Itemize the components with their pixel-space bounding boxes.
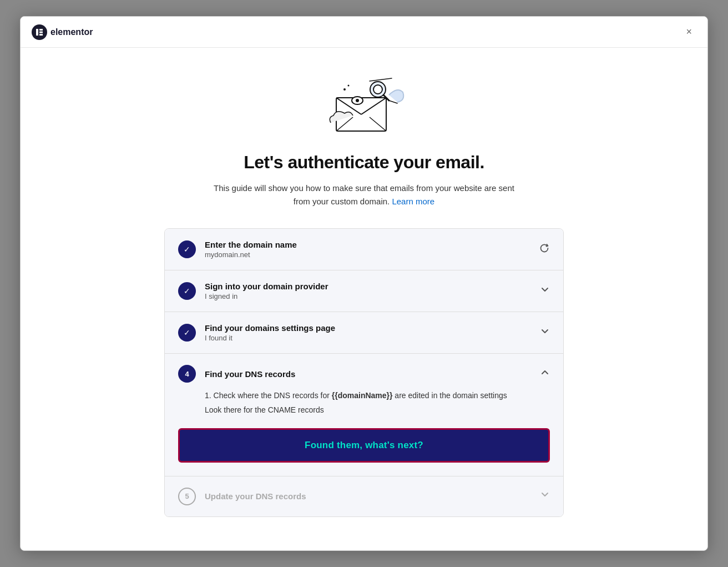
step-3-header: ✓ Find your domains settings page I foun… <box>178 323 550 342</box>
step-4-icon: 4 <box>178 365 196 383</box>
step-3-checkmark: ✓ <box>184 328 190 337</box>
step-1-refresh-icon[interactable] <box>539 243 550 257</box>
step-4-content-item-1: 1. Check where the DNS records for {{dom… <box>205 389 550 403</box>
step-2-header: ✓ Sign into your domain provider I signe… <box>178 282 550 300</box>
step-3-chevron-icon[interactable] <box>540 327 550 339</box>
main-content: Let's authenticate your email. This guid… <box>21 48 707 550</box>
svg-point-12 <box>373 85 382 94</box>
page-subtitle: This guide will show you how to make sur… <box>209 182 519 208</box>
main-window: elementor × <box>20 16 708 551</box>
svg-rect-3 <box>39 34 43 36</box>
step-1-title: Enter the domain name <box>205 240 539 249</box>
step-1-icon: ✓ <box>178 240 196 258</box>
found-them-button[interactable]: Found them, what's next? <box>178 428 550 463</box>
step-5-number: 5 <box>185 492 189 500</box>
svg-point-10 <box>356 99 359 102</box>
step-5-header: 5 Update your DNS records <box>178 488 550 505</box>
step-4-text: Find your DNS records <box>205 369 540 379</box>
step-2-subtitle: I signed in <box>205 292 540 300</box>
elementor-logo-icon <box>32 24 47 40</box>
found-btn-wrapper: Found them, what's next? <box>178 422 550 465</box>
step-4-content: 1. Check where the DNS records for {{dom… <box>178 383 550 422</box>
logo: elementor <box>32 24 93 40</box>
learn-more-link[interactable]: Learn more <box>392 197 434 206</box>
domain-name-placeholder: {{domainName}} <box>332 391 393 400</box>
step-1-text: Enter the domain name mydomain.net <box>205 240 539 259</box>
titlebar: elementor × <box>21 17 707 48</box>
step-4-header: 4 Find your DNS records <box>178 365 550 383</box>
logo-text: elementor <box>50 27 93 37</box>
step-5-title: Update your DNS records <box>205 491 540 501</box>
step-2-title: Sign into your domain provider <box>205 282 540 291</box>
step-5-row: 5 Update your DNS records <box>165 476 563 516</box>
step-5-chevron-icon[interactable] <box>540 490 550 503</box>
step-1-row: ✓ Enter the domain name mydomain.net <box>165 229 563 270</box>
step-4-number: 4 <box>185 370 189 378</box>
step-2-checkmark: ✓ <box>184 287 190 295</box>
steps-container: ✓ Enter the domain name mydomain.net <box>164 228 564 517</box>
step-3-subtitle: I found it <box>205 334 540 342</box>
step-1-subtitle: mydomain.net <box>205 250 539 259</box>
step-4-chevron-icon[interactable] <box>540 368 550 380</box>
close-button[interactable]: × <box>681 24 696 40</box>
step-3-icon: ✓ <box>178 324 196 342</box>
svg-point-17 <box>348 85 350 87</box>
step-4-title: Find your DNS records <box>205 369 540 379</box>
svg-rect-2 <box>39 31 43 33</box>
step-3-text: Find your domains settings page I found … <box>205 323 540 342</box>
step-3-title: Find your domains settings page <box>205 323 540 333</box>
step-2-chevron-icon[interactable] <box>540 285 550 298</box>
step-4-content-item-2: Look there for the CNAME records <box>205 404 550 417</box>
step-2-text: Sign into your domain provider I signed … <box>205 282 540 300</box>
step-5-icon: 5 <box>178 488 196 505</box>
step-5-text: Update your DNS records <box>205 491 540 501</box>
svg-line-14 <box>370 78 392 81</box>
page-title: Let's authenticate your email. <box>244 152 484 173</box>
svg-point-16 <box>343 88 346 91</box>
step-2-icon: ✓ <box>178 282 196 300</box>
step-4-row: 4 Find your DNS records 1. Check where t… <box>165 354 563 476</box>
svg-rect-1 <box>39 29 43 31</box>
svg-rect-0 <box>36 29 38 36</box>
email-illustration <box>320 70 408 137</box>
step-3-row: ✓ Find your domains settings page I foun… <box>165 312 563 354</box>
step-2-row: ✓ Sign into your domain provider I signe… <box>165 270 563 312</box>
step-1-checkmark: ✓ <box>184 245 190 254</box>
step-1-header: ✓ Enter the domain name mydomain.net <box>178 240 550 259</box>
